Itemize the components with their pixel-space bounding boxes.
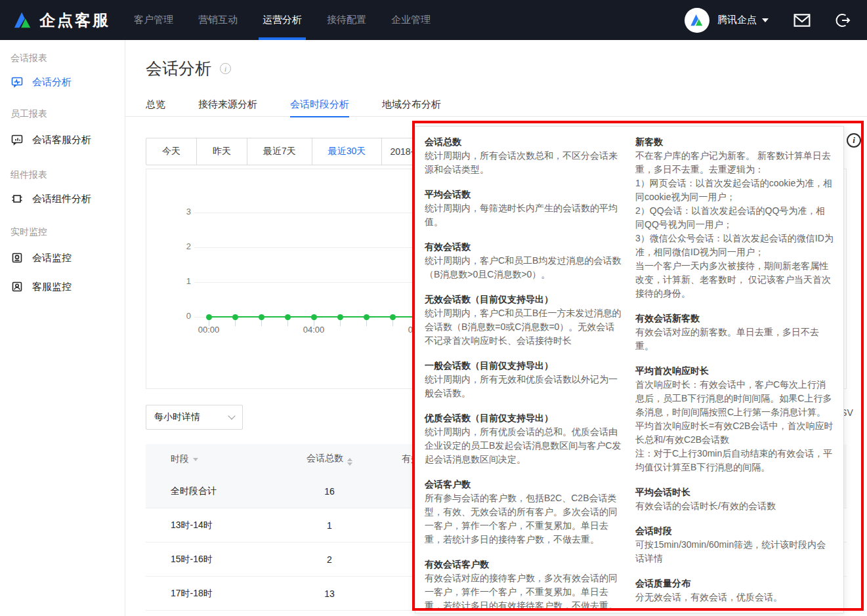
qidian-logo-icon bbox=[13, 10, 33, 30]
mail-icon[interactable] bbox=[793, 13, 811, 28]
tooltip-section-title: 平均会话数 bbox=[425, 188, 624, 201]
tooltip-section-right: 会话时段可按15min/30min/60min筛选，统计该时段内会话详情 bbox=[635, 524, 834, 565]
tooltip-section-body: 有效会话对应的接待客户数，多次有效会话的同一客户，算作一个客户，不重复累加。单日… bbox=[425, 571, 624, 613]
date-filter-today[interactable]: 今天 bbox=[146, 138, 197, 165]
tooltip-section-left: 一般会话数（目前仅支持导出）统计周期内，所有无效和优质会话数以外记为一般会话数。 bbox=[425, 359, 624, 400]
data-point bbox=[206, 314, 212, 320]
metric-definitions-tooltip: 会话总数统计周期内，所有会话次数总和，不区分会话来源和会话类型。平均会话数统计周… bbox=[415, 126, 844, 613]
sidebar-group-realtime-monitor: 实时监控 bbox=[11, 222, 47, 241]
cell-period: 17时-18时 bbox=[146, 588, 264, 600]
date-filter-yesterday[interactable]: 昨天 bbox=[196, 138, 247, 165]
tooltip-section-left: 有效会话数统计周期内，客户C和员工B均发过消息的会话数（B消息数>0且C消息数>… bbox=[425, 240, 624, 281]
sidebar-group-session-reports: 会话报表 bbox=[11, 49, 47, 67]
primary-nav: 客户管理 营销互动 运营分析 接待配置 企业管理 bbox=[130, 0, 452, 40]
tooltip-section-body: 统计周期内，客户C和员工B任一方未发过消息的会话数（B消息数=0或C消息数=0）… bbox=[425, 306, 624, 348]
tooltip-section-body: 统计周期内，客户C和员工B均发过消息的会话数（B消息数>0且C消息数>0）。 bbox=[425, 254, 624, 281]
tooltip-section-title: 优质会话数（目前仅支持导出） bbox=[425, 411, 624, 425]
tooltip-section-body: 首次响应时长：有效会话中，客户C每次上行消息后，员工B下行消息的时间间隔。如果C… bbox=[635, 378, 834, 474]
column-header-period[interactable]: 时段 bbox=[146, 453, 264, 465]
tooltip-section-right: 新客数不在客户库的客户记为新客。 新客数计算单日去重，多日不去重。去重逻辑为： … bbox=[635, 135, 834, 300]
data-point bbox=[285, 314, 291, 320]
tooltip-section-title: 会话质量分布 bbox=[635, 577, 834, 590]
sidebar-item-session-component-analysis[interactable]: 会话组件分析 bbox=[0, 190, 125, 208]
tooltip-section-title: 有效会话客户数 bbox=[425, 558, 624, 571]
tab-overview[interactable]: 总览 bbox=[146, 92, 165, 117]
chat-bars-icon bbox=[11, 134, 23, 146]
sidebar-item-label: 会话客服分析 bbox=[32, 134, 91, 146]
tooltip-section-body: 统计周期内，所有会话次数总和，不区分会话来源和会话类型。 bbox=[425, 149, 624, 176]
tooltip-section-title: 平均首次响应时长 bbox=[635, 364, 834, 378]
brand-logo[interactable]: 企点客服 bbox=[13, 10, 110, 31]
tooltip-section-left: 优质会话数（目前仅支持导出）统计周期内，所有优质会话的总和。优质会话由企业设定的… bbox=[425, 411, 624, 466]
column-header-total[interactable]: 会话总数 bbox=[264, 453, 395, 466]
sidebar-group-component-reports: 组件报表 bbox=[11, 165, 47, 184]
sidebar-item-label: 会话组件分析 bbox=[32, 193, 91, 205]
tooltip-section-title: 会话时段 bbox=[635, 524, 834, 538]
sidebar-item-session-monitor[interactable]: 会话监控 bbox=[0, 249, 125, 267]
avatar[interactable] bbox=[685, 8, 709, 33]
chevron-down-icon bbox=[228, 412, 235, 419]
tooltip-section-body: 分无效会话，有效会话，优质会话。 bbox=[635, 590, 834, 604]
nav-item-operation-analysis[interactable]: 运营分析 bbox=[259, 0, 306, 40]
page-title-text: 会话分析 bbox=[146, 58, 211, 79]
y-axis-tick-label: 1 bbox=[171, 276, 191, 286]
nav-item-reception-config[interactable]: 接待配置 bbox=[323, 0, 370, 40]
monitor-icon bbox=[11, 252, 23, 264]
sort-icons bbox=[347, 458, 352, 466]
interval-select[interactable]: 每小时详情 bbox=[146, 405, 243, 430]
tab-region-distribution[interactable]: 地域分布分析 bbox=[382, 92, 441, 117]
cell-period: 13时-14时 bbox=[146, 520, 264, 531]
interval-select-value: 每小时详情 bbox=[154, 411, 200, 423]
sidebar-group-staff-reports: 员工报表 bbox=[11, 104, 47, 123]
logout-icon[interactable] bbox=[835, 12, 851, 28]
data-point bbox=[311, 314, 317, 320]
sidebar-item-session-agent-analysis[interactable]: 会话客服分析 bbox=[0, 131, 125, 149]
account-menu[interactable]: 腾讯企点 bbox=[717, 14, 769, 26]
data-point bbox=[390, 314, 396, 320]
tooltip-section-title: 有效会话数 bbox=[425, 240, 624, 254]
sidebar-item-label: 会话监控 bbox=[32, 252, 72, 264]
tooltip-section-body: 可按15min/30min/60min筛选，统计该时段内会话详情 bbox=[635, 538, 834, 565]
tooltip-section-left: 无效会话数（目前仅支持导出）统计周期内，客户C和员工B任一方未发过消息的会话数（… bbox=[425, 293, 624, 348]
sidebar-item-label: 会话分析 bbox=[32, 76, 72, 89]
component-icon bbox=[11, 193, 23, 205]
date-filter-last30[interactable]: 最近30天 bbox=[312, 138, 383, 165]
tooltip-section-body: 所有参与会话的客户数，包括B2C、C2B会话类型，有效、无效会话的所有客户。多次… bbox=[425, 491, 624, 546]
info-icon[interactable]: i bbox=[847, 133, 861, 148]
data-point bbox=[364, 314, 370, 320]
x-axis-tick-label: 04:00 bbox=[298, 325, 329, 335]
tab-reception-source[interactable]: 接待来源分析 bbox=[198, 92, 257, 117]
top-navbar: 企点客服 客户管理 营销互动 运营分析 接待配置 企业管理 腾讯企点 bbox=[0, 0, 867, 40]
tooltip-section-body: 统计周期内，每筛选时长内产生的会话数的平均值。 bbox=[425, 201, 624, 229]
sidebar: 会话报表 会话分析 员工报表 会话客服分析 组件报表 bbox=[0, 40, 125, 616]
cell-period: 15时-16时 bbox=[146, 554, 264, 565]
tab-session-period[interactable]: 会话时段分析 bbox=[290, 92, 349, 117]
date-filter-last7[interactable]: 最近7天 bbox=[247, 138, 312, 165]
sidebar-item-session-analysis[interactable]: 会话分析 bbox=[0, 73, 125, 91]
y-axis-tick-label: 0 bbox=[171, 311, 191, 321]
cell-total: 16 bbox=[264, 486, 395, 497]
nav-item-marketing[interactable]: 营销互动 bbox=[194, 0, 242, 40]
nav-item-customer-mgmt[interactable]: 客户管理 bbox=[130, 0, 177, 40]
sidebar-item-agent-monitor[interactable]: 客服监控 bbox=[0, 277, 125, 296]
tooltip-section-title: 一般会话数（目前仅支持导出） bbox=[425, 359, 624, 373]
x-axis-tick-label: 00:00 bbox=[193, 325, 224, 335]
agent-icon bbox=[11, 281, 23, 293]
data-point bbox=[337, 314, 343, 320]
cell-total: 2 bbox=[264, 554, 395, 565]
tooltip-section-right: 平均会话时长有效会话的会话时长/有效的会话数 bbox=[635, 485, 834, 513]
page-title: 会话分析 i bbox=[146, 58, 231, 79]
cell-total: 13 bbox=[264, 588, 395, 599]
tooltip-section-body: 统计周期内，所有无效和优质会话数以外记为一般会话数。 bbox=[425, 373, 624, 400]
tooltip-section-left: 有效会话客户数有效会话对应的接待客户数，多次有效会话的同一客户，算作一个客户，不… bbox=[425, 558, 624, 613]
title-info-icon[interactable]: i bbox=[220, 63, 231, 74]
tooltip-section-right: 平均首次响应时长首次响应时长：有效会话中，客户C每次上行消息后，员工B下行消息的… bbox=[635, 364, 834, 474]
nav-item-enterprise-mgmt[interactable]: 企业管理 bbox=[387, 0, 434, 40]
tooltip-section-title: 有效会话新客数 bbox=[635, 312, 834, 325]
tooltip-section-body: 有效会话的会话时长/有效的会话数 bbox=[635, 499, 834, 513]
tooltip-section-title: 平均会话时长 bbox=[635, 485, 834, 499]
app-window: 企点客服 客户管理 营销互动 运营分析 接待配置 企业管理 腾讯企点 bbox=[0, 0, 867, 616]
tooltip-section-left: 平均会话数统计周期内，每筛选时长内产生的会话数的平均值。 bbox=[425, 188, 624, 229]
tooltip-section-right: 有效会话新客数有效会话对应的新客数。单日去重，多日不去重。 bbox=[635, 312, 834, 353]
caret-down-icon bbox=[762, 18, 769, 22]
